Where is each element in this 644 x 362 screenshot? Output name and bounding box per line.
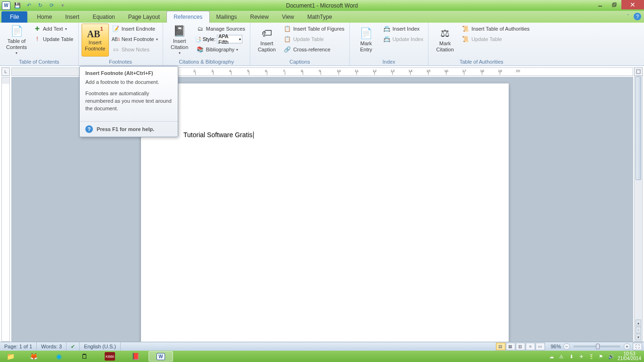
tray-dropbox-icon[interactable]: ☁ (548, 353, 555, 360)
mark-citation-button[interactable]: ⚖ Mark Citation (431, 24, 459, 57)
tab-view[interactable]: View (275, 11, 301, 23)
toc-icon: 📄 (10, 25, 23, 37)
update-captions-button[interactable]: 📋Update Table (282, 34, 347, 44)
footnote-icon: AB1 (87, 28, 103, 40)
view-draft-button[interactable]: ▭ (536, 343, 545, 350)
tab-file[interactable]: File (1, 11, 27, 23)
document-text[interactable]: Tutorial Software Gratis (183, 131, 253, 139)
taskbar-word[interactable]: W (149, 351, 173, 362)
tab-insert[interactable]: Insert (58, 11, 86, 23)
zoom-in-button[interactable]: + (624, 343, 630, 350)
zoom-out-button[interactable]: − (563, 343, 570, 350)
minimize-ribbon-icon[interactable]: ˆ (624, 13, 632, 20)
minimize-button[interactable] (593, 0, 607, 9)
zoom-slider-thumb[interactable] (596, 344, 600, 349)
next-footnote-icon: AB1 (112, 35, 120, 43)
update-toa-button[interactable]: 📜Update Table (460, 34, 531, 44)
mark-citation-label: Mark Citation (436, 41, 454, 53)
tray-volume-icon[interactable]: 🔊 (608, 353, 614, 360)
tab-page-layout[interactable]: Page Layout (122, 11, 166, 23)
tooltip-p2: Footnotes are automatically renumbered a… (85, 90, 172, 113)
restore-button[interactable] (607, 0, 621, 9)
show-notes-button[interactable]: ▭Show Notes (110, 44, 160, 55)
tab-equation[interactable]: Equation (86, 11, 121, 23)
window-controls: ✕ (593, 0, 644, 9)
redo-icon[interactable]: ↻ (35, 1, 45, 10)
status-language[interactable]: English (U.S.) (80, 342, 121, 351)
taskbar-app-blue[interactable]: ◉ (47, 351, 71, 362)
citation-style-combo[interactable]: APA Fifth▾ (217, 35, 242, 43)
word-task-icon: W (156, 352, 166, 361)
insert-footnote-button[interactable]: AB1 Insert Footnote (82, 24, 109, 57)
view-web-button[interactable]: ▥ (516, 343, 525, 350)
status-proofing[interactable]: ✔ (66, 342, 80, 351)
tray-warning-icon[interactable]: ⚠ (558, 353, 565, 360)
mark-entry-button[interactable]: 📄 Mark Entry (353, 24, 380, 57)
add-text-button[interactable]: ✚Add Text (32, 24, 75, 34)
tray-airplane-icon[interactable]: ✈ (578, 353, 585, 360)
browse-object-button[interactable]: ◦ (636, 327, 641, 333)
taskbar-explorer[interactable]: 📁 (0, 351, 20, 362)
svg-rect-1 (612, 4, 615, 7)
zoom-slider[interactable] (573, 346, 620, 347)
tab-home[interactable]: Home (30, 11, 58, 23)
bibliography-icon: 📚 (197, 46, 204, 53)
ruler-toggle-button[interactable] (634, 67, 643, 76)
tab-review[interactable]: Review (244, 11, 275, 23)
taskbar-clock[interactable]: 10:53 21/04/2014 (618, 352, 641, 362)
taskbar-book[interactable]: 📕 (123, 351, 148, 362)
view-outline-button[interactable]: ≡ (526, 343, 535, 350)
zoom-level[interactable]: 96% (549, 344, 563, 349)
vertical-scrollbar[interactable]: ▴ ◦ ▾ (634, 67, 643, 342)
cross-reference-button[interactable]: 🔗Cross-reference (282, 44, 347, 55)
tab-mailings[interactable]: Mailings (210, 11, 244, 23)
close-button[interactable]: ✕ (621, 0, 644, 9)
view-print-layout-button[interactable]: ▤ (496, 343, 505, 350)
status-words[interactable]: Words: 3 (37, 342, 66, 351)
group-citations-label: Citations & Bibliography (166, 58, 247, 66)
insert-toa-button[interactable]: 📜Insert Table of Authorities (460, 24, 531, 34)
qat-customize-icon[interactable]: ▾ (58, 1, 68, 10)
group-footnotes: AB1 Insert Footnote 📝Insert Endnote AB1N… (79, 23, 163, 66)
taskbar-firefox[interactable]: 🦊 (21, 351, 46, 362)
tooltip-help: Press F1 for more help. (97, 126, 154, 132)
zoom-fit-button[interactable]: ⛶ (633, 343, 642, 350)
undo-icon[interactable]: ↶ (24, 1, 34, 10)
next-page-button[interactable]: ▾ (636, 334, 641, 340)
scrollbar-thumb[interactable] (636, 76, 641, 180)
taskbar-notes[interactable]: 🗒 (72, 351, 97, 362)
insert-caption-button[interactable]: 🏷 Insert Caption (253, 24, 281, 57)
tray-battery-icon[interactable]: 🔋 (588, 353, 594, 360)
status-page[interactable]: Page: 1 of 1 (0, 342, 37, 351)
tray-idm-icon[interactable]: ⬇ (568, 353, 575, 360)
next-footnote-button[interactable]: AB1Next Footnote (110, 34, 160, 44)
tray-action-center-icon[interactable]: ⚑ (598, 353, 604, 360)
save-icon[interactable]: 💾 (12, 1, 23, 10)
update-toc-icon: ! (33, 35, 41, 43)
insert-citation-button[interactable]: 📓 Insert Citation (166, 24, 193, 57)
tab-references[interactable]: References (166, 11, 209, 23)
help-icon[interactable]: ? (634, 13, 641, 20)
view-fullscreen-button[interactable]: ▦ (506, 343, 515, 350)
page[interactable]: Tutorial Software Gratis (141, 83, 509, 342)
show-notes-icon: ▭ (112, 46, 120, 53)
insert-endnote-button[interactable]: 📝Insert Endnote (110, 24, 160, 34)
table-of-contents-button[interactable]: 📄 Table of Contents (3, 24, 30, 57)
vertical-ruler[interactable] (1, 77, 10, 342)
insert-tof-button[interactable]: 📋Insert Table of Figures (282, 24, 347, 34)
prev-page-button[interactable]: ▴ (636, 320, 641, 326)
tab-mathtype[interactable]: MathType (301, 11, 339, 23)
taskbar-kbbi[interactable]: KBBI (98, 351, 122, 362)
update-index-button[interactable]: 📇Update Index (381, 34, 425, 44)
bibliography-button[interactable]: 📚Bibliography (195, 44, 247, 55)
update-toc-button[interactable]: !Update Table (32, 34, 75, 44)
manage-sources-button[interactable]: 🗂Manage Sources (195, 24, 247, 34)
book-icon: 📕 (130, 352, 140, 361)
tab-selector[interactable]: L (1, 67, 10, 76)
refresh-icon[interactable]: ⟳ (46, 1, 57, 10)
group-toa: ⚖ Mark Citation 📜Insert Table of Authori… (429, 23, 534, 66)
word-app-icon[interactable]: W (1, 1, 11, 10)
insert-index-icon: 📇 (383, 25, 391, 33)
insert-index-button[interactable]: 📇Insert Index (381, 24, 425, 34)
endnote-icon: 📝 (112, 25, 120, 33)
